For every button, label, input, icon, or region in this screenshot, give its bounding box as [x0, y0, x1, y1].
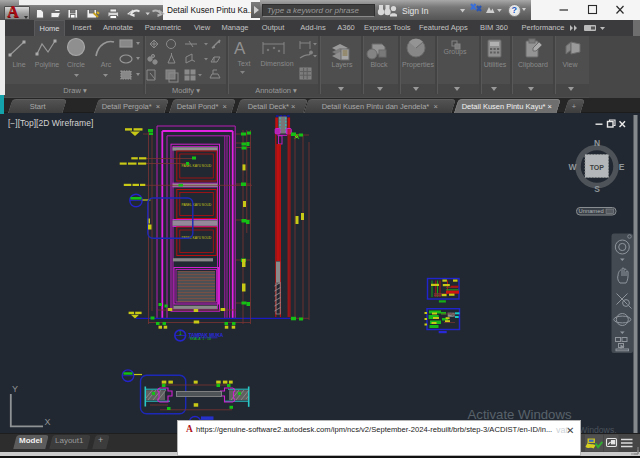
svg-text:E: E — [619, 162, 625, 172]
svg-text:W: W — [568, 162, 577, 172]
svg-text:N: N — [594, 138, 600, 148]
svg-text:Y: Y — [12, 384, 18, 394]
svg-text:TOP: TOP — [590, 164, 605, 171]
svg-text:1: 1 — [179, 331, 182, 336]
svg-text:Sign In: Sign In — [402, 6, 429, 16]
svg-text:X: X — [45, 417, 51, 427]
svg-text:A: A — [234, 39, 246, 58]
svg-text:Unnamed: Unnamed — [579, 208, 604, 214]
svg-text:SKALA 1 : 10: SKALA 1 : 10 — [190, 337, 211, 341]
svg-text:S: S — [594, 184, 600, 194]
svg-text:PANEL KAYU SOLID: PANEL KAYU SOLID — [182, 203, 213, 207]
